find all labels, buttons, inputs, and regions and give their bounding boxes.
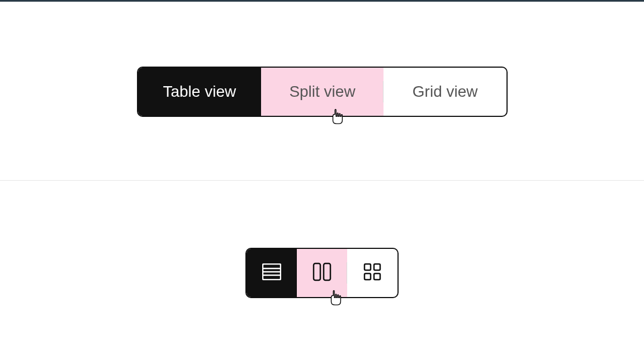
grid-view-button[interactable] (347, 249, 397, 297)
grid-view-tab[interactable]: Grid view (383, 68, 506, 116)
table-view-tab[interactable]: Table view (138, 68, 261, 116)
split-view-tab[interactable]: Split view (261, 68, 384, 116)
table-view-icon (262, 263, 281, 282)
split-view-button[interactable] (297, 249, 347, 297)
table-view-button[interactable] (247, 249, 297, 297)
section-divider (0, 180, 644, 181)
split-view-icon (312, 262, 332, 284)
svg-rect-4 (314, 263, 320, 280)
svg-rect-6 (364, 264, 371, 270)
view-switcher-text: Table view Split view Grid view (137, 67, 508, 117)
grid-view-icon (363, 262, 382, 284)
view-switcher-icons (245, 248, 399, 298)
svg-rect-7 (374, 264, 380, 270)
svg-rect-5 (324, 263, 330, 280)
svg-rect-9 (374, 274, 380, 280)
segment-label: Grid view (413, 83, 478, 101)
top-border (0, 0, 644, 2)
segment-label: Table view (163, 83, 236, 101)
segment-label: Split view (289, 83, 355, 101)
svg-rect-8 (364, 274, 371, 280)
